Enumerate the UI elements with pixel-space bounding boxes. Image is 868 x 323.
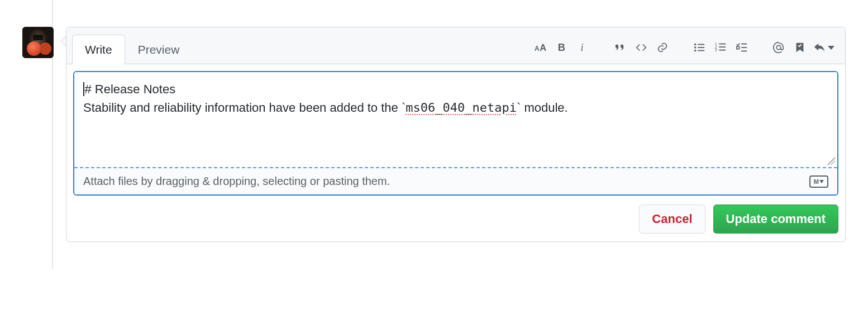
attach-text: Attach files by dragging & dropping, sel… xyxy=(83,175,390,188)
svg-text:A: A xyxy=(535,45,540,53)
editor-line2-code: ms06_040_netapi xyxy=(406,101,517,115)
editor-line1-hash: # xyxy=(85,82,92,96)
formatting-toolbar: AA B i xyxy=(532,39,840,64)
bold-icon[interactable]: B xyxy=(554,39,570,56)
update-comment-button[interactable]: Update comment xyxy=(713,205,838,234)
avatar[interactable] xyxy=(22,27,54,58)
action-row: Cancel Update comment xyxy=(66,202,845,241)
svg-rect-17 xyxy=(741,47,747,48)
editor-line2-before: Stability and reliability information ha… xyxy=(83,101,406,115)
unordered-list-icon[interactable] xyxy=(691,39,708,56)
svg-text:i: i xyxy=(580,42,583,53)
svg-point-5 xyxy=(694,46,697,49)
svg-rect-18 xyxy=(741,51,747,52)
italic-icon[interactable]: i xyxy=(575,39,592,56)
svg-rect-15 xyxy=(719,50,726,51)
editor-line2-after: ` module. xyxy=(517,101,568,115)
svg-rect-8 xyxy=(698,47,704,48)
link-icon[interactable] xyxy=(654,39,671,56)
svg-rect-13 xyxy=(719,44,726,45)
editor-line1-text: Release Notes xyxy=(92,82,175,96)
svg-rect-19 xyxy=(737,46,740,49)
header-icon[interactable]: AA xyxy=(532,39,549,56)
svg-text:A: A xyxy=(540,42,546,53)
comment-arrow xyxy=(60,36,66,47)
tab-write[interactable]: Write xyxy=(72,35,125,64)
svg-point-4 xyxy=(694,44,697,46)
ordered-list-icon[interactable]: 123 xyxy=(712,39,729,56)
cancel-button[interactable]: Cancel xyxy=(639,205,705,234)
task-list-icon[interactable] xyxy=(733,39,750,56)
attach-bar[interactable]: Attach files by dragging & dropping, sel… xyxy=(74,167,837,194)
svg-text:B: B xyxy=(558,41,565,53)
tab-preview[interactable]: Preview xyxy=(125,35,193,64)
mention-icon[interactable] xyxy=(770,39,787,56)
svg-text:3: 3 xyxy=(715,48,717,52)
quote-icon[interactable] xyxy=(612,39,628,56)
comment-box: Write Preview AA B i xyxy=(66,27,846,242)
markdown-icon[interactable] xyxy=(809,175,828,188)
editor-focus-ring: # Release Notes Stability and reliabilit… xyxy=(73,71,838,196)
saved-reply-icon[interactable] xyxy=(791,39,808,56)
comment-textarea[interactable]: # Release Notes Stability and reliabilit… xyxy=(74,72,837,167)
svg-rect-9 xyxy=(698,50,704,51)
svg-rect-14 xyxy=(719,46,726,48)
svg-point-6 xyxy=(694,50,697,52)
svg-rect-16 xyxy=(741,44,747,45)
svg-rect-7 xyxy=(698,44,704,45)
code-icon[interactable] xyxy=(633,39,650,56)
reply-icon[interactable] xyxy=(813,39,835,56)
resize-handle-icon[interactable] xyxy=(827,157,835,165)
tab-header: Write Preview AA B i xyxy=(66,27,845,64)
